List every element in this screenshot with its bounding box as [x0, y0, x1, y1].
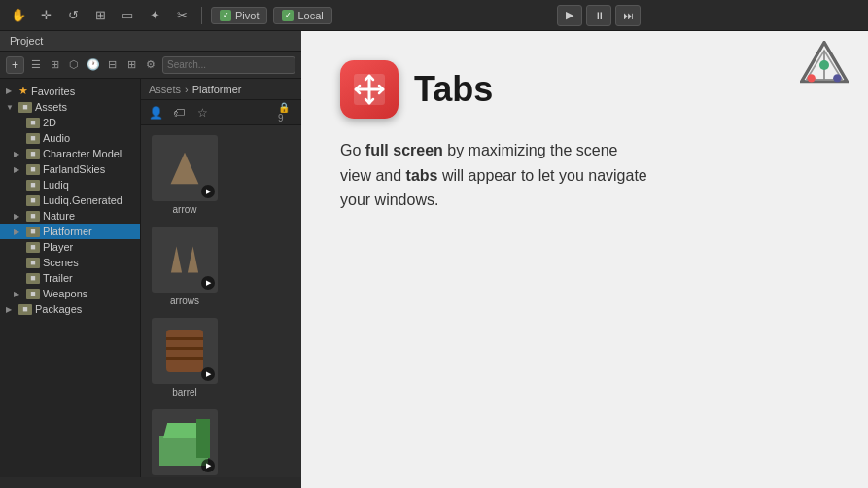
assets-folder-icon: ■ — [18, 102, 32, 113]
item-audio-icon: ■ — [26, 133, 40, 144]
sidebar-item-farlandskies[interactable]: ▶ ■ FarlandSkies — [0, 161, 140, 177]
sidebar-item-trailer[interactable]: ■ Trailer — [0, 270, 140, 286]
sidebar-item-2d[interactable]: ■ 2D — [0, 115, 140, 130]
asset-tag-icon[interactable]: 🏷 — [170, 104, 188, 122]
rotate-tool-icon[interactable]: ↺ — [62, 5, 84, 26]
asset-item-arrow[interactable]: ▶ arrow — [147, 131, 223, 219]
layout-icon[interactable]: ⊞ — [124, 56, 140, 74]
sidebar-item-ludiq[interactable]: ■ Ludiq — [0, 177, 140, 192]
item-audio-label: Audio — [43, 132, 70, 144]
panel-toolbar: + ☰ ⊞ ⬡ 🕐 ⊟ ⊞ ⚙ — [0, 52, 301, 79]
custom-tool-icon[interactable]: ✂ — [171, 5, 192, 26]
item-wp-arrow: ▶ — [14, 290, 23, 298]
item-cm-label: Character Model — [43, 148, 122, 159]
list-view-icon[interactable]: ☰ — [28, 56, 44, 74]
asset-subtoolbar: 👤 🏷 ☆ 🔒 9 — [141, 100, 301, 125]
sidebar-item-favorites[interactable]: ▶ ★ Favorites — [0, 83, 140, 99]
bold-tabs: tabs — [406, 167, 438, 184]
svg-point-5 — [808, 74, 816, 82]
sidebar-item-scenes[interactable]: ■ Scenes — [0, 255, 140, 270]
assets-label: Assets — [35, 101, 67, 113]
sidebar-item-weapons[interactable]: ▶ ■ Weapons — [0, 286, 140, 301]
asset-play-arrows[interactable]: ▶ — [201, 276, 215, 290]
asset-thumb-barrel: ▶ — [152, 318, 218, 384]
local-label: Local — [297, 10, 323, 21]
transform-tool-icon[interactable]: ✦ — [144, 5, 165, 26]
item-lg-icon: ■ — [26, 195, 40, 206]
move-tool-icon[interactable]: ✛ — [35, 5, 56, 26]
item-2d-label: 2D — [43, 117, 56, 128]
unity-logo-icon — [800, 41, 849, 89]
asset-item-arrows[interactable]: ▶ arrows — [147, 223, 223, 310]
sidebar-item-platformer[interactable]: ▶ ■ Platformer — [0, 224, 140, 239]
asset-play-arrow[interactable]: ▶ — [201, 185, 215, 198]
sidebar-item-character-model[interactable]: ▶ ■ Character Model — [0, 146, 140, 161]
sidebar-item-packages[interactable]: ▶ ■ Packages — [0, 301, 140, 317]
tabs-description: Go full screen by maximizing the scene v… — [340, 138, 651, 213]
svg-point-4 — [819, 60, 829, 70]
project-panel: Project + ☰ ⊞ ⬡ 🕐 ⊟ ⊞ ⚙ ▶ ★ Favorites — [0, 31, 301, 488]
asset-item-barrel[interactable]: ▶ barrel — [147, 314, 223, 401]
tabs-expand-icon — [352, 72, 387, 107]
rect-tool-icon[interactable]: ▭ — [117, 5, 138, 26]
item-pl-icon: ■ — [26, 242, 40, 253]
asset-thumb-arrows: ▶ — [152, 227, 218, 293]
item-2d-icon: ■ — [26, 118, 40, 128]
item-wp-label: Weapons — [43, 288, 87, 299]
main-toolbar: ✋ ✛ ↺ ⊞ ▭ ✦ ✂ ✓ Pivot ✓ Local ▶ ⏸ ⏭ — [0, 0, 868, 31]
asset-play-block[interactable]: ▶ — [201, 459, 215, 472]
sidebar-item-audio[interactable]: ■ Audio — [0, 130, 140, 146]
sidebar-item-nature[interactable]: ▶ ■ Nature — [0, 208, 140, 224]
star-icon: ★ — [18, 85, 28, 97]
asset-item-block[interactable]: ▶ block — [147, 405, 223, 477]
clock-icon[interactable]: 🕐 — [86, 56, 101, 74]
asset-person-icon[interactable]: 👤 — [147, 104, 164, 122]
asset-grid: ▶ arrow ▶ arrows — [141, 125, 301, 477]
packages-label: Packages — [35, 303, 82, 315]
item-cm-arrow: ▶ — [14, 150, 23, 158]
item-pf-icon: ■ — [26, 227, 40, 237]
item-nt-arrow: ▶ — [14, 212, 23, 221]
item-pl-label: Player — [43, 241, 73, 253]
item-lg-label: Ludiq.Generated — [43, 194, 122, 206]
local-button[interactable]: ✓ Local — [273, 7, 331, 24]
sidebar-item-player[interactable]: ■ Player — [0, 239, 140, 255]
divider-1 — [201, 7, 202, 24]
asset-star-icon[interactable]: ☆ — [193, 104, 211, 122]
project-tab[interactable]: Project — [0, 31, 301, 52]
asset-label-arrows: arrows — [149, 296, 221, 306]
play-controls: ▶ ⏸ ⏭ — [557, 5, 641, 26]
asset-play-barrel[interactable]: ▶ — [201, 367, 215, 381]
breadcrumb-root: Assets — [149, 84, 181, 95]
sidebar-item-assets-root[interactable]: ▼ ■ Assets — [0, 99, 140, 115]
columns-icon[interactable]: ⊟ — [105, 56, 121, 74]
search-input[interactable] — [162, 56, 295, 74]
grid-view-icon[interactable]: ⊞ — [48, 56, 63, 74]
asset-breadcrumb: Assets › Platformer — [141, 79, 301, 100]
item-nt-label: Nature — [43, 210, 75, 222]
play-button[interactable]: ▶ — [557, 5, 582, 26]
hand-tool-icon[interactable]: ✋ — [8, 5, 29, 26]
breadcrumb-current: Platformer — [192, 84, 242, 95]
pivot-check: ✓ — [220, 10, 231, 21]
pivot-button[interactable]: ✓ Pivot — [211, 7, 267, 24]
item-fs-arrow: ▶ — [14, 165, 23, 174]
item-tr-label: Trailer — [43, 272, 73, 284]
sidebar-item-ludiq-generated[interactable]: ■ Ludiq.Generated — [0, 192, 140, 208]
item-pf-label: Platformer — [43, 226, 92, 237]
step-button[interactable]: ⏭ — [615, 5, 641, 26]
favorites-arrow: ▶ — [6, 87, 16, 95]
item-sc-label: Scenes — [43, 257, 79, 268]
scale-tool-icon[interactable]: ⊞ — [89, 5, 111, 26]
filter-icon[interactable]: ⬡ — [66, 56, 82, 74]
main-area: Project + ☰ ⊞ ⬡ 🕐 ⊟ ⊞ ⚙ ▶ ★ Favorites — [0, 31, 868, 488]
unity-logo — [800, 41, 849, 89]
pause-button[interactable]: ⏸ — [586, 5, 611, 26]
assets-arrow: ▼ — [6, 103, 16, 112]
asset-thumb-arrow: ▶ — [152, 135, 218, 201]
bold-fullscreen: full screen — [365, 142, 443, 158]
add-asset-button[interactable]: + — [6, 56, 24, 74]
settings-icon[interactable]: ⚙ — [143, 56, 158, 74]
tree-area: ▶ ★ Favorites ▼ ■ Assets ■ 2D — [0, 79, 301, 477]
packages-arrow: ▶ — [6, 305, 16, 314]
